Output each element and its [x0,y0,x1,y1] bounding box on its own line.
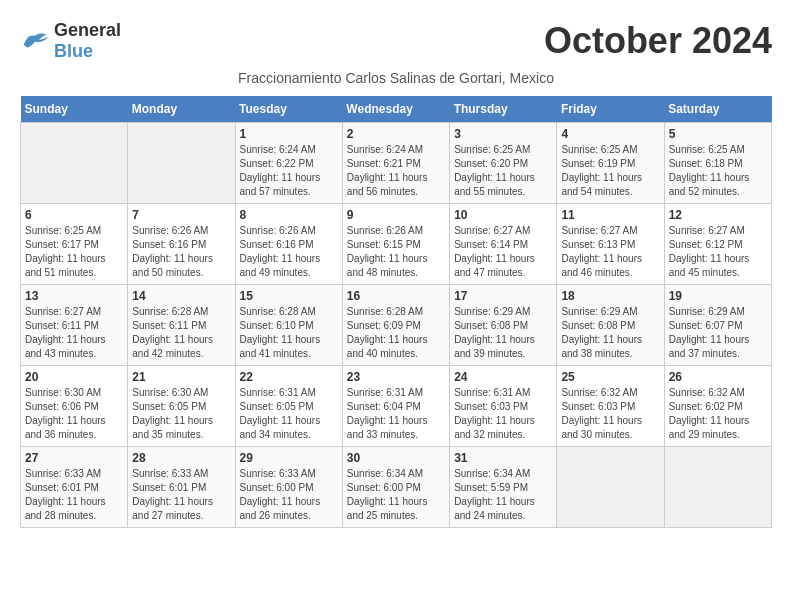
daylight-text: Daylight: 11 hours and 32 minutes. [454,415,535,440]
sunrise-text: Sunrise: 6:25 AM [669,144,745,155]
day-info: Sunrise: 6:27 AM Sunset: 6:11 PM Dayligh… [25,305,123,361]
calendar-header-row: SundayMondayTuesdayWednesdayThursdayFrid… [21,96,772,123]
day-number: 1 [240,127,338,141]
day-info: Sunrise: 6:24 AM Sunset: 6:22 PM Dayligh… [240,143,338,199]
daylight-text: Daylight: 11 hours and 28 minutes. [25,496,106,521]
sunset-text: Sunset: 6:18 PM [669,158,743,169]
calendar-cell: 15 Sunrise: 6:28 AM Sunset: 6:10 PM Dayl… [235,285,342,366]
sunset-text: Sunset: 6:20 PM [454,158,528,169]
sunrise-text: Sunrise: 6:29 AM [561,306,637,317]
day-number: 17 [454,289,552,303]
sunrise-text: Sunrise: 6:24 AM [240,144,316,155]
daylight-text: Daylight: 11 hours and 40 minutes. [347,334,428,359]
sunrise-text: Sunrise: 6:33 AM [240,468,316,479]
calendar-cell [21,123,128,204]
day-info: Sunrise: 6:34 AM Sunset: 6:00 PM Dayligh… [347,467,445,523]
day-info: Sunrise: 6:28 AM Sunset: 6:09 PM Dayligh… [347,305,445,361]
day-info: Sunrise: 6:32 AM Sunset: 6:03 PM Dayligh… [561,386,659,442]
day-info: Sunrise: 6:31 AM Sunset: 6:05 PM Dayligh… [240,386,338,442]
sunset-text: Sunset: 6:00 PM [347,482,421,493]
header-cell-monday: Monday [128,96,235,123]
day-info: Sunrise: 6:25 AM Sunset: 6:18 PM Dayligh… [669,143,767,199]
sunset-text: Sunset: 6:01 PM [132,482,206,493]
daylight-text: Daylight: 11 hours and 46 minutes. [561,253,642,278]
sunrise-text: Sunrise: 6:29 AM [454,306,530,317]
sunset-text: Sunset: 5:59 PM [454,482,528,493]
calendar-cell: 23 Sunrise: 6:31 AM Sunset: 6:04 PM Dayl… [342,366,449,447]
daylight-text: Daylight: 11 hours and 52 minutes. [669,172,750,197]
header: General Blue October 2024 [20,20,772,62]
daylight-text: Daylight: 11 hours and 29 minutes. [669,415,750,440]
calendar-subtitle: Fraccionamiento Carlos Salinas de Gortar… [20,70,772,86]
sunset-text: Sunset: 6:12 PM [669,239,743,250]
day-info: Sunrise: 6:33 AM Sunset: 6:01 PM Dayligh… [132,467,230,523]
calendar-cell [128,123,235,204]
day-number: 25 [561,370,659,384]
day-number: 6 [25,208,123,222]
day-info: Sunrise: 6:31 AM Sunset: 6:03 PM Dayligh… [454,386,552,442]
day-info: Sunrise: 6:26 AM Sunset: 6:16 PM Dayligh… [132,224,230,280]
calendar-week-row: 20 Sunrise: 6:30 AM Sunset: 6:06 PM Dayl… [21,366,772,447]
sunset-text: Sunset: 6:07 PM [669,320,743,331]
daylight-text: Daylight: 11 hours and 51 minutes. [25,253,106,278]
logo-icon [20,29,50,53]
sunrise-text: Sunrise: 6:28 AM [240,306,316,317]
sunset-text: Sunset: 6:00 PM [240,482,314,493]
sunset-text: Sunset: 6:11 PM [25,320,99,331]
day-number: 27 [25,451,123,465]
calendar-cell: 18 Sunrise: 6:29 AM Sunset: 6:08 PM Dayl… [557,285,664,366]
logo: General Blue [20,20,121,62]
day-number: 7 [132,208,230,222]
sunset-text: Sunset: 6:21 PM [347,158,421,169]
daylight-text: Daylight: 11 hours and 43 minutes. [25,334,106,359]
calendar-table: SundayMondayTuesdayWednesdayThursdayFrid… [20,96,772,528]
calendar-cell: 28 Sunrise: 6:33 AM Sunset: 6:01 PM Dayl… [128,447,235,528]
day-info: Sunrise: 6:27 AM Sunset: 6:12 PM Dayligh… [669,224,767,280]
calendar-cell [557,447,664,528]
day-number: 5 [669,127,767,141]
daylight-text: Daylight: 11 hours and 25 minutes. [347,496,428,521]
day-number: 20 [25,370,123,384]
sunrise-text: Sunrise: 6:25 AM [561,144,637,155]
calendar-cell: 6 Sunrise: 6:25 AM Sunset: 6:17 PM Dayli… [21,204,128,285]
sunrise-text: Sunrise: 6:33 AM [25,468,101,479]
calendar-cell: 30 Sunrise: 6:34 AM Sunset: 6:00 PM Dayl… [342,447,449,528]
sunset-text: Sunset: 6:06 PM [25,401,99,412]
calendar-cell: 21 Sunrise: 6:30 AM Sunset: 6:05 PM Dayl… [128,366,235,447]
header-cell-thursday: Thursday [450,96,557,123]
daylight-text: Daylight: 11 hours and 50 minutes. [132,253,213,278]
sunrise-text: Sunrise: 6:27 AM [669,225,745,236]
day-number: 22 [240,370,338,384]
day-info: Sunrise: 6:25 AM Sunset: 6:17 PM Dayligh… [25,224,123,280]
day-number: 16 [347,289,445,303]
sunset-text: Sunset: 6:10 PM [240,320,314,331]
sunrise-text: Sunrise: 6:30 AM [25,387,101,398]
day-info: Sunrise: 6:24 AM Sunset: 6:21 PM Dayligh… [347,143,445,199]
sunset-text: Sunset: 6:22 PM [240,158,314,169]
day-info: Sunrise: 6:27 AM Sunset: 6:13 PM Dayligh… [561,224,659,280]
calendar-cell: 16 Sunrise: 6:28 AM Sunset: 6:09 PM Dayl… [342,285,449,366]
day-info: Sunrise: 6:34 AM Sunset: 5:59 PM Dayligh… [454,467,552,523]
day-info: Sunrise: 6:30 AM Sunset: 6:05 PM Dayligh… [132,386,230,442]
calendar-cell: 13 Sunrise: 6:27 AM Sunset: 6:11 PM Dayl… [21,285,128,366]
day-info: Sunrise: 6:26 AM Sunset: 6:16 PM Dayligh… [240,224,338,280]
daylight-text: Daylight: 11 hours and 38 minutes. [561,334,642,359]
day-info: Sunrise: 6:28 AM Sunset: 6:11 PM Dayligh… [132,305,230,361]
sunrise-text: Sunrise: 6:29 AM [669,306,745,317]
sunrise-text: Sunrise: 6:33 AM [132,468,208,479]
sunrise-text: Sunrise: 6:25 AM [25,225,101,236]
calendar-cell: 25 Sunrise: 6:32 AM Sunset: 6:03 PM Dayl… [557,366,664,447]
header-cell-saturday: Saturday [664,96,771,123]
calendar-cell: 3 Sunrise: 6:25 AM Sunset: 6:20 PM Dayli… [450,123,557,204]
daylight-text: Daylight: 11 hours and 30 minutes. [561,415,642,440]
day-info: Sunrise: 6:26 AM Sunset: 6:15 PM Dayligh… [347,224,445,280]
sunrise-text: Sunrise: 6:34 AM [454,468,530,479]
sunrise-text: Sunrise: 6:32 AM [669,387,745,398]
daylight-text: Daylight: 11 hours and 35 minutes. [132,415,213,440]
daylight-text: Daylight: 11 hours and 57 minutes. [240,172,321,197]
calendar-cell: 17 Sunrise: 6:29 AM Sunset: 6:08 PM Dayl… [450,285,557,366]
sunrise-text: Sunrise: 6:31 AM [240,387,316,398]
daylight-text: Daylight: 11 hours and 34 minutes. [240,415,321,440]
day-number: 9 [347,208,445,222]
daylight-text: Daylight: 11 hours and 48 minutes. [347,253,428,278]
